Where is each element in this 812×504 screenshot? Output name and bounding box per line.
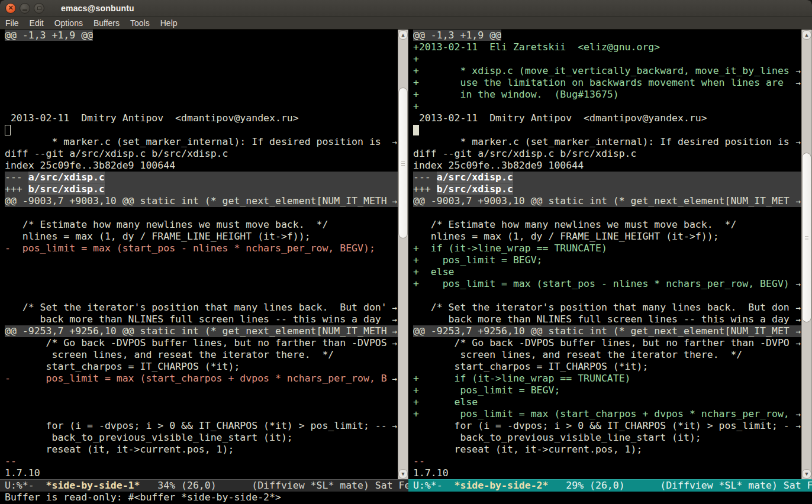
- buffer-line[interactable]: for (i = -dvpos; i > 0 && IT_CHARPOS (*i…: [5, 420, 398, 432]
- buffer-line[interactable]: [413, 290, 801, 302]
- buffer-line[interactable]: @@ -9253,7 +9256,10 @@ static int (* get…: [413, 325, 801, 337]
- titlebar[interactable]: ✕ emacs@sonbuntu: [0, 0, 812, 17]
- buffer-line[interactable]: index 25c09fe..3b82de9 100644: [413, 160, 801, 172]
- buffer-line[interactable]: 2013-02-11 Dmitry Antipov <dmantipov@yan…: [5, 112, 398, 124]
- buffer-line[interactable]: [5, 278, 398, 290]
- buffer-line[interactable]: +: [413, 101, 801, 112]
- menu-item-file[interactable]: File: [0, 17, 24, 29]
- buffer-line[interactable]: --: [413, 455, 801, 467]
- buffer-line[interactable]: [413, 207, 801, 219]
- buffer-line[interactable]: 1.7.10: [413, 467, 801, 479]
- buffer-line[interactable]: back more than NLINES full screen lines …: [5, 314, 398, 325]
- buffer-line[interactable]: + pos_limit = BEGV;: [413, 254, 801, 266]
- buffer-line[interactable]: - pos_limit = max (start_charpos + dvpos…: [5, 373, 398, 385]
- buffer-line[interactable]: +++ b/src/xdisp.c: [413, 183, 801, 195]
- scroll-up-icon[interactable]: ▲: [398, 30, 408, 40]
- buffer-line[interactable]: + if (it->line_wrap == TRUNCATE): [413, 243, 801, 254]
- buffer-line[interactable]: --- a/src/xdisp.c: [5, 172, 398, 183]
- buffer-line[interactable]: @@ -1,3 +1,9 @@: [5, 30, 398, 41]
- buffer-line[interactable]: --: [5, 455, 398, 467]
- scrollbar-track[interactable]: [802, 39, 811, 470]
- buffer-line[interactable]: + pos_limit = BEGV;: [413, 385, 801, 396]
- buffer-line[interactable]: + else: [413, 266, 801, 278]
- modeline-right[interactable]: U:%*- *side-by-side-2* 29% (26,0) (Diffv…: [408, 479, 812, 492]
- buffer-line[interactable]: start_charpos = IT_CHARPOS (*it);: [413, 361, 801, 373]
- buffer-line[interactable]: back more than NLINES full screen lines …: [413, 314, 801, 325]
- buffer-line[interactable]: /* Go back -DVPOS buffer lines, but no f…: [5, 337, 398, 349]
- buffer-line[interactable]: for (i = -dvpos; i > 0 && IT_CHARPOS (*i…: [413, 420, 801, 432]
- buffer-line[interactable]: [5, 124, 398, 136]
- buffer-line[interactable]: [5, 290, 398, 302]
- minimize-icon[interactable]: [20, 3, 30, 14]
- buffer-line[interactable]: + else: [413, 396, 801, 408]
- buffer-line[interactable]: [5, 89, 398, 101]
- buffer-line[interactable]: --- a/src/xdisp.c: [413, 172, 801, 183]
- buffer-line[interactable]: 1.7.10: [5, 467, 398, 479]
- buffer-line[interactable]: /* Estimate how many newlines we must mo…: [413, 219, 801, 231]
- buffer-line[interactable]: reseat (it, it->current.pos, 1);: [5, 444, 398, 455]
- buffer-line[interactable]: diff --git a/src/xdisp.c b/src/xdisp.c: [413, 148, 801, 160]
- buffer-line[interactable]: @@ -9253,7 +9256,10 @@ static int (* get…: [5, 325, 398, 337]
- buffer-line[interactable]: + use the limitation on backwards moveme…: [413, 77, 801, 89]
- left-scrollbar[interactable]: ▲ ▼: [398, 30, 408, 479]
- buffer-line[interactable]: [5, 408, 398, 420]
- buffer-line[interactable]: +++ b/src/xdisp.c: [5, 183, 398, 195]
- buffer-line[interactable]: @@ -1,3 +1,9 @@: [413, 30, 801, 41]
- buffer-line[interactable]: nlines = max (1, dy / FRAME_LINE_HEIGHT …: [413, 231, 801, 243]
- buffer-line[interactable]: [5, 385, 398, 396]
- buffer-line[interactable]: + if (it->line_wrap == TRUNCATE): [413, 373, 801, 385]
- modeline-left[interactable]: U:%*- *side-by-side-1* 34% (26,0) (Diffv…: [0, 479, 408, 492]
- buffer-line[interactable]: [5, 254, 398, 266]
- buffer-line[interactable]: /* Set the iterator's position that many…: [5, 302, 398, 314]
- buffer-line[interactable]: [5, 65, 398, 77]
- buffer-line[interactable]: [5, 77, 398, 89]
- buffer-line[interactable]: index 25c09fe..3b82de9 100644: [5, 160, 398, 172]
- buffer-line[interactable]: back_to_previous_visible_line_start (it)…: [5, 432, 398, 444]
- buffer-line[interactable]: /* Set the iterator's position that many…: [413, 302, 801, 314]
- menu-item-buffers[interactable]: Buffers: [88, 17, 125, 29]
- scroll-down-icon[interactable]: ▼: [398, 469, 408, 479]
- buffer-line[interactable]: [5, 53, 398, 65]
- buffer-line[interactable]: screen lines, and reseat the iterator th…: [5, 349, 398, 361]
- buffer-line[interactable]: /* Estimate how many newlines we must mo…: [5, 219, 398, 231]
- menu-item-tools[interactable]: Tools: [125, 17, 155, 29]
- menu-item-options[interactable]: Options: [49, 17, 88, 29]
- buffer-line[interactable]: nlines = max (1, dy / FRAME_LINE_HEIGHT …: [5, 231, 398, 243]
- left-buffer[interactable]: @@ -1,3 +1,9 @@ 2013-02-11 Dmitry Antipo…: [0, 30, 408, 479]
- right-scrollbar[interactable]: ▲ ▼: [801, 30, 812, 479]
- buffer-line[interactable]: + * xdisp.c (move_it_vertically_backward…: [413, 65, 801, 77]
- buffer-line[interactable]: screen lines, and reseat the iterator th…: [413, 349, 801, 361]
- scrollbar-thumb[interactable]: [802, 153, 811, 322]
- buffer-line[interactable]: back_to_previous_visible_line_start (it)…: [413, 432, 801, 444]
- buffer-line[interactable]: +: [413, 53, 801, 65]
- buffer-line[interactable]: [5, 207, 398, 219]
- menu-item-edit[interactable]: Edit: [24, 17, 49, 29]
- buffer-line[interactable]: 2013-02-11 Dmitry Antipov <dmantipov@yan…: [413, 112, 801, 124]
- buffer-line[interactable]: - pos_limit = max (start_pos - nlines * …: [5, 243, 398, 254]
- buffer-line[interactable]: [5, 266, 398, 278]
- buffer-line[interactable]: @@ -9003,7 +9003,10 @@ static int (* get…: [413, 195, 801, 207]
- close-icon[interactable]: ✕: [5, 3, 16, 14]
- menu-item-help[interactable]: Help: [155, 17, 183, 29]
- echo-area[interactable]: Buffer is read-only: #<buffer *side-by-s…: [0, 492, 812, 504]
- scroll-up-icon[interactable]: ▲: [802, 30, 811, 40]
- buffer-line[interactable]: + in the window. (Bug#13675): [413, 89, 801, 101]
- buffer-line[interactable]: [5, 396, 398, 408]
- maximize-icon[interactable]: [34, 3, 44, 14]
- buffer-line[interactable]: * marker.c (set_marker_internal): If des…: [413, 136, 801, 148]
- buffer-line[interactable]: diff --git a/src/xdisp.c b/src/xdisp.c: [5, 148, 398, 160]
- scrollbar-track[interactable]: [398, 39, 408, 470]
- buffer-line[interactable]: reseat (it, it->current.pos, 1);: [413, 444, 801, 455]
- buffer-line[interactable]: +2013-02-11 Eli Zaretskii <eliz@gnu.org>: [413, 41, 801, 53]
- buffer-line[interactable]: @@ -9003,7 +9003,10 @@ static int (* get…: [5, 195, 398, 207]
- buffer-line[interactable]: start_charpos = IT_CHARPOS (*it);: [5, 361, 398, 373]
- buffer-line[interactable]: + pos_limit = max (start_pos - nlines * …: [413, 278, 801, 290]
- scrollbar-thumb[interactable]: [398, 88, 408, 238]
- buffer-line[interactable]: [413, 124, 801, 136]
- buffer-line[interactable]: [5, 101, 398, 112]
- buffer-line[interactable]: [5, 41, 398, 53]
- scroll-down-icon[interactable]: ▼: [802, 469, 811, 479]
- right-buffer[interactable]: @@ -1,3 +1,9 @@+2013-02-11 Eli Zaretskii…: [408, 30, 812, 479]
- buffer-line[interactable]: /* Go back -DVPOS buffer lines, but no f…: [413, 337, 801, 349]
- buffer-line[interactable]: + pos_limit = max (start_charpos + dvpos…: [413, 408, 801, 420]
